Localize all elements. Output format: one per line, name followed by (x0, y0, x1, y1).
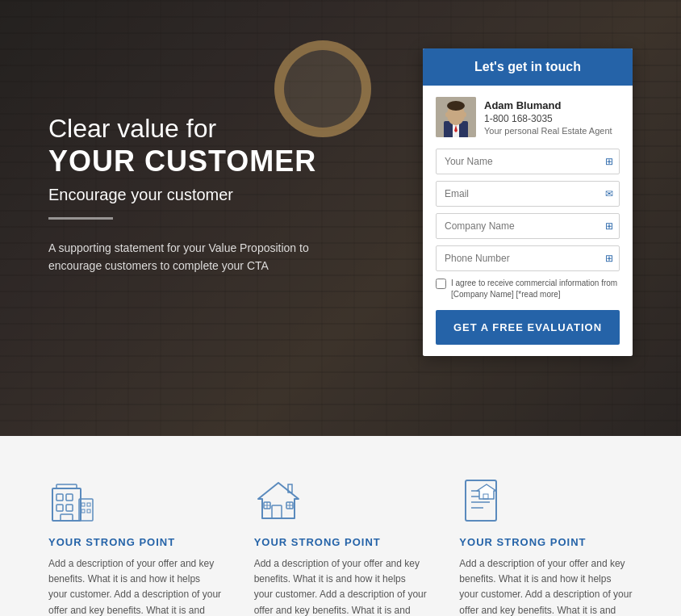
hero-subheadline: Encourage your customer (48, 186, 371, 204)
hero-content: Clear value for YOUR CUSTOMER Encourage … (0, 0, 371, 274)
email-field-icon: ✉ (605, 188, 613, 199)
feature-1-title: YOUR STRONG POINT (48, 536, 222, 548)
svg-point-6 (445, 112, 449, 117)
hero-divider (48, 217, 113, 220)
svg-rect-12 (56, 505, 63, 511)
svg-rect-18 (81, 509, 85, 513)
hero-headline: Clear value for YOUR CUSTOMER (48, 113, 371, 179)
svg-rect-11 (66, 494, 73, 501)
feature-2-text: Add a description of your offer and key … (254, 556, 428, 616)
consent-text: I agree to receive commercial informatio… (451, 278, 620, 300)
agent-phone: 1-800 168-3035 (484, 113, 612, 124)
name-field-icon: ⊞ (605, 156, 613, 167)
consent-checkbox[interactable] (436, 279, 446, 289)
svg-rect-14 (61, 514, 73, 521)
hero-body-text: A supporting statement for your Value Pr… (48, 239, 355, 275)
svg-rect-17 (87, 503, 90, 506)
avatar (436, 97, 476, 137)
svg-rect-21 (272, 505, 282, 518)
name-input[interactable] (436, 149, 620, 174)
hero-section: Clear value for YOUR CUSTOMER Encourage … (0, 0, 681, 436)
features-section: YOUR STRONG POINT Add a description of y… (0, 436, 681, 616)
agent-info: Adam Blumand 1-800 168-3035 Your persona… (436, 97, 620, 137)
contact-card: Let's get in touch (423, 48, 633, 356)
svg-rect-16 (81, 503, 85, 506)
svg-marker-34 (477, 484, 496, 499)
building-icon (48, 476, 97, 525)
house-icon (254, 476, 303, 525)
name-field-wrapper: ⊞ (436, 149, 620, 174)
contact-card-header: Let's get in touch (423, 48, 633, 86)
feature-1-text: Add a description of your offer and key … (48, 556, 222, 616)
svg-point-7 (463, 112, 466, 117)
feature-item-1: YOUR STRONG POINT Add a description of y… (48, 476, 222, 616)
agent-name: Adam Blumand (484, 99, 612, 111)
svg-rect-13 (66, 505, 73, 511)
email-field-wrapper: ✉ (436, 181, 620, 207)
contact-card-body: Adam Blumand 1-800 168-3035 Your persona… (423, 86, 633, 356)
company-field-wrapper: ⊞ (436, 213, 620, 239)
email-input[interactable] (436, 181, 620, 207)
feature-item-2: YOUR STRONG POINT Add a description of y… (254, 476, 428, 616)
svg-point-5 (447, 101, 465, 111)
company-input[interactable] (436, 213, 620, 239)
svg-rect-10 (56, 494, 63, 501)
consent-row: I agree to receive commercial informatio… (436, 278, 620, 300)
svg-rect-9 (56, 484, 77, 488)
agent-role: Your personal Real Estate Agent (484, 126, 612, 136)
feature-2-title: YOUR STRONG POINT (254, 536, 428, 548)
phone-input[interactable] (436, 245, 620, 271)
feature-item-3: YOUR STRONG POINT Add a description of y… (459, 476, 633, 616)
phone-field-icon: ⊞ (605, 253, 613, 264)
feature-3-title: YOUR STRONG POINT (459, 536, 633, 548)
phone-field-wrapper: ⊞ (436, 245, 620, 271)
contact-card-title: Let's get in touch (474, 60, 581, 73)
feature-3-text: Add a description of your offer and key … (459, 556, 633, 616)
document-icon (459, 476, 508, 525)
agent-details: Adam Blumand 1-800 168-3035 Your persona… (484, 99, 612, 136)
hero-headline-bold: YOUR CUSTOMER (48, 144, 371, 178)
svg-rect-19 (87, 509, 90, 513)
cta-button[interactable]: GET A FREE EVALUATION (436, 310, 620, 345)
company-field-icon: ⊞ (605, 220, 613, 232)
svg-rect-29 (466, 480, 496, 521)
